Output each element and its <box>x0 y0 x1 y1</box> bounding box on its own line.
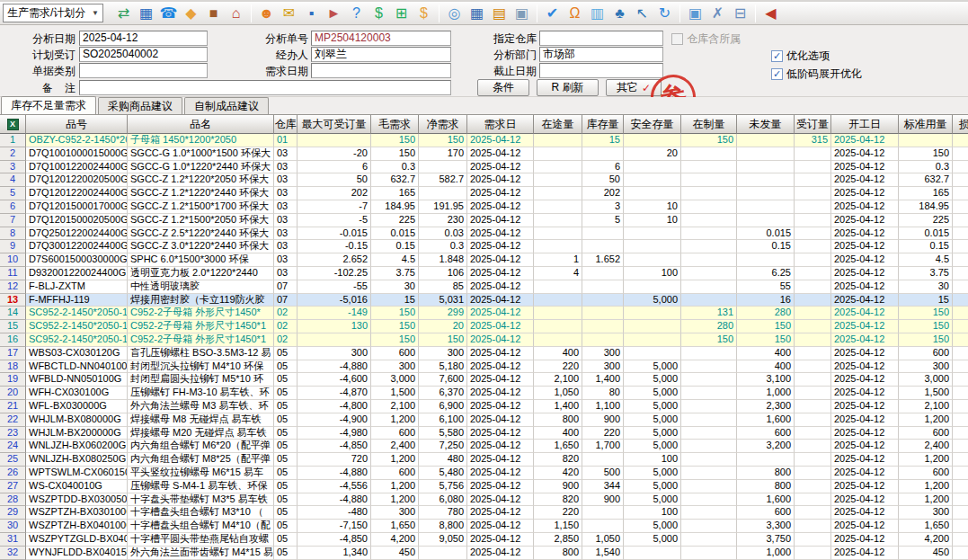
tab-purchase-suggest[interactable]: 采购商品建议 <box>98 97 182 114</box>
refresh-small-icon[interactable]: ↻ <box>653 4 676 23</box>
condition-button[interactable]: 条件 <box>477 79 529 96</box>
column-header-loss-qty[interactable]: 损耗量 <box>953 115 968 134</box>
table-row[interactable]: 27WS-CX040010G压铆螺母 S-M4-1 易车铁、环保05-4,556… <box>0 480 968 493</box>
column-header-max-orderable[interactable]: 最大可受订量 <box>298 115 371 134</box>
table-row[interactable]: 19WFBLD-NN050100G封闭型扁圆头拉铆钉 M5*10 环05-4,6… <box>0 373 968 387</box>
tab-self-made-suggest[interactable]: 自制成品建议 <box>184 97 269 114</box>
cell-demand-date: 2025-04-12 <box>467 134 534 147</box>
column-header-stock[interactable]: 库存量 <box>582 115 624 134</box>
close-window-icon[interactable]: ✗ <box>706 4 729 23</box>
demand-date-field[interactable] <box>311 63 451 78</box>
table-row[interactable]: 7D7Q1201500020500GSGCC-Z 1.2*1500*2050 环… <box>0 214 968 227</box>
column-header-ordered[interactable]: 受订量 <box>795 115 831 134</box>
table-row[interactable]: 20WFH-CX030100G压铆螺钉 FH-M3-10 易车铁、环05-4,8… <box>0 387 968 400</box>
restore-window-icon[interactable]: ▣ <box>684 4 706 23</box>
card-icon[interactable]: ▪ <box>300 4 323 23</box>
table-row[interactable]: 21WFL-BX030000G外六角法兰螺母 M3 易车铁、环05-4,8002… <box>0 400 968 413</box>
table-row[interactable]: 2D7Q1001000015000GSGCC-G 1.0*1000*1500 环… <box>0 147 968 161</box>
table-row[interactable]: 28WSZPTDD-BX030050G十字盘头带垫螺钉 M3*5 易车铁05-4… <box>0 493 968 507</box>
optimize-checkbox[interactable]: ✓ 优化选项 <box>771 49 830 62</box>
table-row[interactable]: 11D932001220024400G透明亚克力板 2.0*1220*24400… <box>0 267 968 280</box>
refresh-button[interactable]: R 刷新 <box>537 79 599 96</box>
row-number: 18 <box>0 360 26 374</box>
table-row[interactable]: 32WYNJFLDD-BX040150G外六角法兰面带齿螺钉 M4*15 易05… <box>0 547 968 560</box>
column-header-std-usage[interactable]: 标准用量 <box>899 115 953 134</box>
lock-icon[interactable]: ◆ <box>180 4 202 23</box>
table-row[interactable]: 12F-BLJ-ZXTM中性透明玻璃胶07-5530852025-04-1255… <box>0 280 968 294</box>
table-row[interactable]: 16SC952-2-1450*2050-1C952-2子母箱 外形尺寸1450*… <box>0 333 968 347</box>
table-row[interactable]: 23WHJLM-BX200000G焊接螺母 M20 无碰焊点 易车铁05-4,9… <box>0 427 968 440</box>
bell-icon[interactable]: Ω <box>564 4 586 23</box>
other-button[interactable]: 其它 ✓ <box>606 79 662 96</box>
column-header-in-transit[interactable]: 在途量 <box>534 115 582 134</box>
plan-order-field[interactable]: SO2025040002 <box>79 47 208 62</box>
table-row[interactable]: 22WHJLM-BX080000G焊接螺母 M8 无碰焊点 易车铁05-4,90… <box>0 413 968 427</box>
table-row[interactable]: 14SC952-2-1450*2050-1C952-2子母箱 外形尺寸1450*… <box>0 307 968 320</box>
tab-stock-shortage[interactable]: 库存不足量需求 <box>1 96 96 114</box>
column-header-gross-demand[interactable]: 毛需求 <box>371 115 419 134</box>
dept-field[interactable]: 市场部 <box>539 47 663 62</box>
table-row[interactable]: 3D7Q1001220024400GSGCC-G 1.0*1220*2440 环… <box>0 161 968 174</box>
message-icon[interactable]: ✉ <box>278 4 300 23</box>
table-row[interactable]: 24WNLJZH-BX060200G内六角组合螺钉 M6*20（配平弹05-4,… <box>0 440 968 453</box>
column-header-item-no[interactable]: 品号 <box>26 115 128 134</box>
column-header-unshipped[interactable]: 未发量 <box>737 115 795 134</box>
table-row[interactable]: 25WNLJZH-BX080250G内六角组合螺钉 M8*25（配平弹05720… <box>0 453 968 467</box>
column-header-item-name[interactable]: 品名 <box>128 115 274 134</box>
column-header-safety-stock[interactable]: 安全存量 <box>624 115 681 134</box>
end-date-field[interactable] <box>539 63 663 78</box>
cell-std-usage: 600 <box>899 467 953 480</box>
cart-icon[interactable]: ⊞ <box>390 4 413 23</box>
table-row[interactable]: 6D7Q1201500017000GSGCC-Z 1.2*1500*1700 环… <box>0 200 968 214</box>
cascade-windows-icon[interactable]: ⊟ <box>729 4 751 23</box>
column-header-warehouse[interactable]: 仓库 <box>274 115 298 134</box>
table-row[interactable]: 4D7Q1201220020500GSGCC-Z 1.2*1220*2050 环… <box>0 173 968 187</box>
column-header-demand-date[interactable]: 需求日 <box>467 115 534 134</box>
excel-export-corner[interactable]: X <box>0 115 26 134</box>
column-header-start-date[interactable]: 开工日 <box>831 115 899 134</box>
phone-icon[interactable]: ☎ <box>157 4 180 23</box>
remote-desktop-icon[interactable]: ▦ <box>135 4 157 23</box>
briefcase-icon[interactable]: ■ <box>202 4 225 23</box>
module-selector-dropdown[interactable]: 生产需求/计划分 ▼ <box>3 4 103 22</box>
doc-search-icon[interactable]: ▥ <box>586 4 608 23</box>
report-search-icon[interactable]: ◎ <box>443 4 466 23</box>
money-icon[interactable]: $ <box>368 4 390 23</box>
cell-gross-demand: 4,200 <box>371 533 419 547</box>
table-row[interactable]: 17WBS03-CX030120G盲孔压铆螺柱 BSO-3.5M3-12 易05… <box>0 347 968 360</box>
person-money-icon[interactable]: $ <box>413 4 435 23</box>
analysis-date-field[interactable]: 2025-04-12 <box>79 31 208 46</box>
org-tree-icon[interactable]: ♣ <box>608 4 631 23</box>
copy-docs-icon[interactable]: ▣ <box>511 4 533 23</box>
workflow-icon[interactable]: ⇄ <box>112 4 135 23</box>
check-circle-icon[interactable]: ✔ <box>541 4 564 23</box>
table-row[interactable]: 13F-MFFHJ-119焊接用密封胶（卡立119防火胶07-5,016155,… <box>0 294 968 307</box>
low-level-code-checkbox[interactable]: ✓ 低阶码展开优化 <box>771 67 862 80</box>
table-row[interactable]: 8D7Q2501220024400GSGCC-Z 2.5*1220*2440 环… <box>0 227 968 241</box>
table-row[interactable]: 10D7S6001500030000GSPHC 6.0*1500*3000 环保… <box>0 253 968 267</box>
help-icon[interactable]: ? <box>345 4 368 23</box>
remark-field[interactable] <box>79 80 451 95</box>
users-icon[interactable]: ☻ <box>255 4 278 23</box>
table-row[interactable]: 9D7Q3001220024400GSGCC-Z 3.0*1220*2440 环… <box>0 240 968 253</box>
analysis-no-field[interactable]: MP2504120003 <box>311 31 451 46</box>
table-row[interactable]: 18WFBCTLD-NN040100G封闭型沉头拉铆钉 M4*10 环保05-4… <box>0 360 968 374</box>
table-row[interactable]: 1OBZY-C952-2-1450*20子母箱 1450*1200*205001… <box>0 134 968 147</box>
warehouse-field[interactable] <box>539 31 663 46</box>
table-row[interactable]: 26WPTSWLM-CX060150G平头竖纹拉铆螺母 M6*15 易车05-4… <box>0 467 968 480</box>
table-row[interactable]: 5D7Q1201220024400GSGCC-Z 1.2*1220*2440 环… <box>0 187 968 200</box>
table-row[interactable]: 15SC952-2-1450*2050-1C952-2子母箱 外形尺寸1450*… <box>0 320 968 333</box>
calculator-icon[interactable]: ▦ <box>466 4 488 23</box>
home-icon[interactable]: ⌂ <box>225 4 247 23</box>
monitor-pointer-icon[interactable]: ↖ <box>631 4 653 23</box>
pin-icon[interactable]: ► <box>323 4 345 23</box>
drawer-icon[interactable]: ▤ <box>488 4 511 23</box>
exit-icon[interactable]: ◀ <box>759 4 782 23</box>
table-row[interactable]: 29WSZPTZH-BX030100G十字槽盘头组合螺钉 M3*10 （05-4… <box>0 506 968 520</box>
column-header-net-demand[interactable]: 净需求 <box>419 115 467 134</box>
column-header-in-process[interactable]: 在制量 <box>681 115 737 134</box>
handler-field[interactable]: 刘翠兰 <box>311 47 451 62</box>
doc-type-field[interactable] <box>79 63 208 78</box>
table-row[interactable]: 31WSZPYTZGLD-BX040150G十字槽平圆头带垫燕尾钻自攻螺05-4… <box>0 533 968 547</box>
table-row[interactable]: 30WSZPTZH-BX040100G十字槽盘头组合螺钉 M4*10（配05-7… <box>0 520 968 533</box>
